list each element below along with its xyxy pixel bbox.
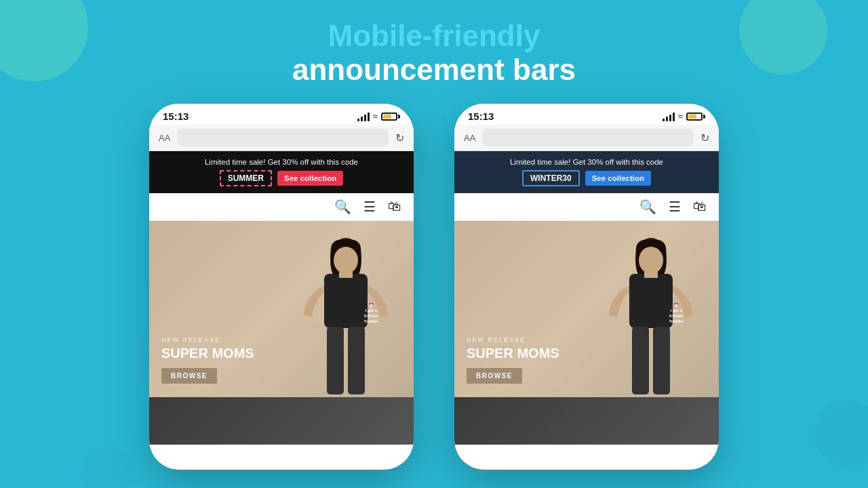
phone-left-content-2: [149, 397, 414, 445]
hero-super-moms-right: SUPER MOMS: [467, 346, 559, 361]
hero-text-overlay-right: NEW RELEASE SUPER MOMS BROWSE: [467, 336, 559, 384]
page-header: Mobile-friendly announcement bars: [0, 0, 868, 100]
signal-bar-r2: [666, 117, 668, 121]
menu-icon-left[interactable]: ☰: [363, 199, 376, 215]
phone-left-content-2-inner: [149, 397, 414, 445]
battery-icon: [381, 113, 400, 121]
search-icon-right[interactable]: 🔍: [639, 199, 656, 215]
browser-aa-left: AA: [159, 133, 170, 143]
svg-text:~: ~: [307, 310, 310, 316]
svg-point-13: [639, 247, 663, 274]
browser-refresh-left: ↻: [395, 131, 404, 144]
wifi-icon-right: ≈: [678, 111, 683, 121]
search-icon-left[interactable]: 🔍: [334, 199, 351, 215]
phone-right-status-icons: ≈: [663, 111, 705, 121]
signal-bar-4: [368, 113, 370, 121]
hero-super-moms-left: SUPER MOMS: [161, 346, 254, 361]
announcement-buttons-right: WINTER30 See collection: [522, 170, 651, 186]
svg-point-6: [334, 247, 358, 274]
announcement-buttons-left: SUMMER See collection: [220, 170, 344, 186]
hero-text-overlay-left: NEW RELEASE SUPER MOMS BROWSE: [161, 336, 254, 384]
svg-rect-3: [327, 327, 344, 394]
signal-bar-2: [361, 117, 363, 121]
phone-right-time: 15:13: [468, 110, 494, 122]
battery-icon-right: [686, 113, 705, 121]
summer-code-button[interactable]: SUMMER: [220, 170, 272, 186]
svg-rect-1: [324, 274, 368, 328]
signal-bar-1: [357, 119, 359, 121]
wifi-icon: ≈: [373, 111, 378, 121]
cart-icon-right[interactable]: 🛍: [693, 199, 707, 215]
shirt-clock-icon: ⏰: [363, 302, 378, 308]
menu-icon-right[interactable]: ☰: [669, 199, 681, 215]
signal-bar-r1: [663, 119, 665, 121]
winter-code-button[interactable]: WINTER30: [522, 170, 580, 186]
see-collection-button-left[interactable]: See collection: [277, 171, 343, 186]
svg-text:~: ~: [612, 310, 615, 316]
woman-figure-right: ~: [583, 235, 719, 397]
signal-icon: [357, 112, 370, 121]
signal-bar-r4: [673, 113, 675, 121]
svg-rect-11: [653, 327, 670, 394]
shirt-text: I got a6:00amToddler: [363, 308, 378, 324]
svg-rect-8: [629, 274, 673, 328]
header-highlight: Mobile-friendly: [328, 19, 540, 52]
phone-right-hero: ~ ⏰ I got a6:00amToddler NEW RELEASE SUP…: [454, 221, 719, 397]
browser-url-bar-left: [177, 129, 389, 146]
phone-left-hero: ~ ⏰ I got a6:00amToddler NEW RELEASE SUP…: [149, 221, 414, 397]
phone-right-content-2-inner: [454, 397, 719, 445]
shirt-text-right: I got a6:00amToddler: [669, 308, 684, 324]
signal-bar-r3: [669, 115, 671, 121]
browser-aa-right: AA: [464, 133, 475, 143]
announcement-text-left: Limited time sale! Get 30% off with this…: [205, 158, 358, 166]
hero-new-release-left: NEW RELEASE: [161, 336, 254, 343]
see-collection-button-right[interactable]: See collection: [585, 171, 651, 186]
phone-left-time: 15:13: [163, 110, 189, 122]
phone-left-status-icons: ≈: [357, 111, 400, 121]
phone-right-browser-bar: AA ↻: [454, 125, 719, 151]
phone-left-browser-bar: AA ↻: [149, 125, 414, 151]
hero-new-release-right: NEW RELEASE: [467, 336, 559, 343]
phone-right-nav-bar: 🔍 ☰ 🛍: [454, 193, 719, 221]
announcement-text-right: Limited time sale! Get 30% off with this…: [510, 158, 663, 166]
browser-refresh-right: ↻: [701, 131, 709, 144]
svg-rect-4: [348, 327, 365, 394]
phone-right: 15:13 ≈ AA ↻: [454, 104, 719, 470]
phone-right-status-bar: 15:13 ≈: [454, 104, 719, 125]
hero-browse-button-right[interactable]: BROWSE: [467, 368, 522, 384]
signal-icon-right: [663, 112, 675, 121]
svg-rect-10: [632, 327, 649, 394]
announcement-bar-right: Limited time sale! Get 30% off with this…: [454, 151, 719, 193]
signal-bar-3: [364, 115, 366, 121]
hero-browse-button-left[interactable]: BROWSE: [161, 368, 217, 384]
phone-left: 15:13 ≈ AA ↻: [149, 104, 414, 470]
header-subtitle: announcement bars: [0, 53, 868, 87]
cart-icon-left[interactable]: 🛍: [388, 199, 401, 215]
phones-container: 15:13 ≈ AA ↻: [0, 100, 868, 470]
phone-right-content-2: [454, 397, 719, 445]
browser-url-bar-right: [482, 129, 694, 146]
shirt-clock-icon-right: ⏰: [669, 302, 684, 308]
phone-left-nav-bar: 🔍 ☰ 🛍: [149, 193, 414, 221]
woman-figure-left: ~: [278, 235, 414, 397]
phone-left-status-bar: 15:13 ≈: [149, 104, 414, 125]
announcement-bar-left: Limited time sale! Get 30% off with this…: [149, 151, 414, 193]
